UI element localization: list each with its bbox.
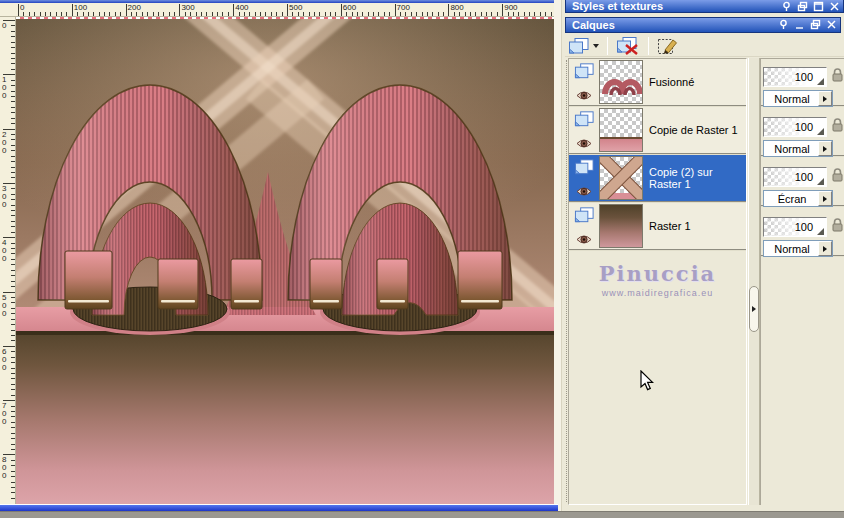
blend-dropdown-button[interactable] [818,241,832,256]
dock-panel: Styles et textures Calques FusionnéCopie… [562,0,844,511]
ruler-tick [11,492,15,493]
opacity-slider[interactable]: 100 [763,67,827,87]
ruler-tick [11,281,15,282]
ruler-tick [11,286,15,287]
ruler-tick [265,12,266,16]
ruler-tick [260,12,261,16]
ruler-tick [11,42,15,43]
calques-pin-button[interactable] [777,19,789,30]
ruler-tick [206,12,207,16]
lock-icon [831,68,844,82]
opacity-slider-handle[interactable] [817,78,824,85]
visibility-toggle[interactable] [576,87,592,105]
ruler-tick [298,12,299,16]
new-layer-button[interactable] [565,36,602,56]
ruler-tick [169,12,170,16]
ruler-tick [373,12,374,16]
horizontal-ruler: 0100200300400500600700800900 [0,3,554,17]
opacity-slider-handle[interactable] [817,178,824,185]
restore-icon [810,19,821,30]
ruler-tick [120,12,121,16]
ruler-tick [416,12,417,16]
splitter-handle[interactable] [749,286,759,332]
taskbar-edge [0,511,844,518]
ruler-tick [11,444,15,445]
ruler-tick [309,12,310,16]
delete-layer-button[interactable] [613,36,643,56]
ruler-tick [83,12,84,16]
layer-row[interactable]: Fusionné [569,59,746,107]
layer-row[interactable]: Copie de Raster 1 [569,107,746,155]
opacity-slider[interactable]: 100 [763,217,827,237]
ruler-tick [88,12,89,16]
opacity-value: 100 [795,221,813,233]
ruler-tick [179,4,180,16]
dropdown-arrow-icon [823,246,827,252]
layer-type-icon [574,206,595,228]
styles-textures-titlebar[interactable]: Styles et textures [565,0,844,13]
ruler-tick [23,12,24,16]
opacity-slider[interactable]: 100 [763,117,827,137]
thumb-shelf-band [600,137,642,151]
blend-mode-dropdown[interactable]: Normal [763,90,833,107]
styles-maximize-button[interactable] [812,1,824,12]
panel-drag-grip[interactable] [566,60,567,502]
styles-close-button[interactable] [828,1,840,12]
ruler-tick [212,12,213,16]
layer-lock[interactable] [831,68,844,86]
pin-icon [781,1,792,12]
pages-icon [568,37,590,55]
visibility-toggle[interactable] [576,231,592,249]
dropdown-arrow-icon[interactable] [593,44,599,48]
ruler-tick [534,12,535,16]
ruler-tick [11,80,15,81]
blend-dropdown-button[interactable] [818,141,832,156]
panel-splitter[interactable] [748,58,760,505]
ruler-tick [11,210,15,211]
layer-row[interactable]: Copie (2) sur Raster 1 [569,155,746,203]
ruler-tick [244,12,245,16]
visibility-toggle[interactable] [576,135,592,153]
blend-dropdown-button[interactable] [818,191,832,206]
opacity-slider[interactable]: 100 [763,167,827,187]
ruler-tick [11,406,15,407]
calques-restore-button[interactable] [809,19,821,30]
edit-selection-button[interactable] [654,36,682,56]
ruler-tick [545,12,546,16]
calques-close-button[interactable] [825,19,837,30]
layer-lock[interactable] [831,118,844,136]
ruler-tick [158,12,159,16]
ruler-tick [18,4,19,16]
ruler-tick [11,91,15,92]
toolbar-separator [648,37,649,55]
calques-titlebar[interactable]: Calques [565,17,841,33]
ruler-tick [93,12,94,16]
styles-restore-button[interactable] [796,1,808,12]
blend-mode-dropdown[interactable]: Normal [763,140,833,157]
visibility-toggle[interactable] [576,183,592,201]
blend-mode-dropdown[interactable]: Normal [763,240,833,257]
ruler-tick [11,123,15,124]
calques-minimize-button[interactable] [793,19,805,30]
ruler-tick [529,12,530,16]
layer-lock[interactable] [831,218,844,236]
layer-type-icon [574,158,595,180]
ruler-tick [233,4,234,16]
ruler-tick [341,4,342,16]
dropdown-arrow-icon [823,146,827,152]
ruler-label: 5 0 0 [2,294,6,318]
ruler-tick [303,12,304,16]
opacity-slider-handle[interactable] [817,228,824,235]
close-icon [829,1,840,12]
styles-pin-button[interactable] [780,1,792,12]
layer-row[interactable]: Raster 1 [569,203,746,251]
blend-mode-dropdown[interactable]: Écran [763,190,833,207]
layer-lock[interactable] [831,168,844,186]
ruler-tick [11,232,15,233]
image-canvas[interactable] [16,17,554,504]
ruler-tick [11,330,15,331]
blend-dropdown-button[interactable] [818,91,832,106]
layer-properties-block: 100Normal [761,59,844,107]
opacity-slider-handle[interactable] [817,128,824,135]
ruler-tick [314,12,315,16]
